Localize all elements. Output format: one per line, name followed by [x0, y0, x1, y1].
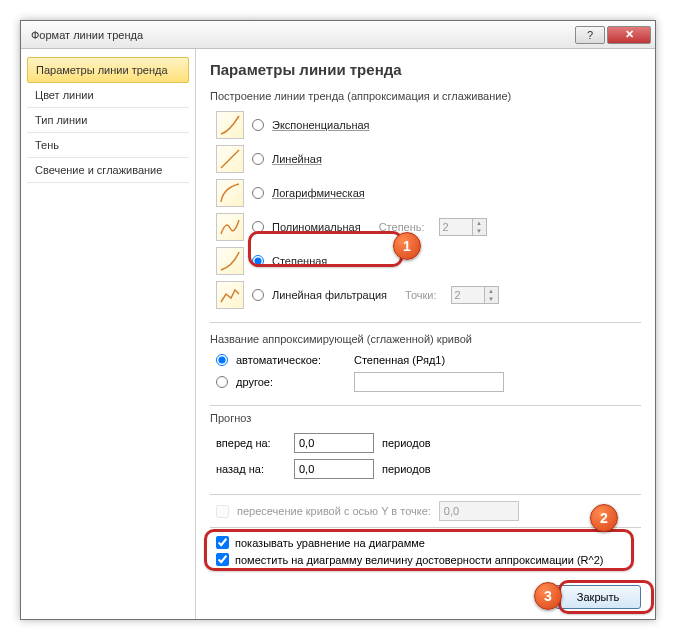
power-icon — [216, 247, 244, 275]
type-row-moving-avg: Линейная фильтрация Точки: ▲▼ — [210, 278, 641, 312]
label-name-auto: автоматическое: — [236, 354, 346, 366]
radio-exponential[interactable] — [252, 119, 264, 131]
points-label: Точки: — [405, 289, 436, 301]
name-row-other: другое: — [210, 369, 641, 395]
degree-arrows: ▲▼ — [473, 218, 487, 236]
polynomial-icon — [216, 213, 244, 241]
radio-linear[interactable] — [252, 153, 264, 165]
forecast-forward-row: вперед на: периодов — [210, 430, 641, 456]
trend-type-group-title: Построение линии тренда (аппроксимация и… — [210, 90, 641, 102]
points-spinner: ▲▼ — [451, 286, 499, 304]
titlebar: Формат линии тренда ? ✕ — [21, 21, 655, 49]
sidebar-item-glow[interactable]: Свечение и сглаживание — [27, 158, 189, 183]
forecast-backward-row: назад на: периодов — [210, 456, 641, 482]
moving-avg-icon — [216, 281, 244, 309]
panel-heading: Параметры линии тренда — [210, 61, 641, 78]
type-row-logarithmic: Логарифмическая — [210, 176, 641, 210]
show-r2-row: поместить на диаграмму величину достовер… — [216, 551, 635, 568]
help-button[interactable]: ? — [575, 26, 605, 44]
degree-label: Степень: — [379, 221, 425, 233]
intercept-row: пересечение кривой с осью Y в точке: — [210, 495, 641, 528]
main-panel: Параметры линии тренда Построение линии … — [196, 49, 655, 619]
backward-units: периодов — [382, 463, 431, 475]
label-linear: Линейная — [272, 153, 322, 165]
logarithmic-icon — [216, 179, 244, 207]
label-power: Степенная — [272, 255, 327, 267]
display-options: показывать уравнение на диаграмме помест… — [210, 528, 641, 574]
forecast-group: Прогноз вперед на: периодов назад на: пе… — [210, 406, 641, 495]
backward-label: назад на: — [216, 463, 286, 475]
degree-spinner: ▲▼ — [439, 218, 487, 236]
type-row-polynomial: Полиномиальная Степень: ▲▼ — [210, 210, 641, 244]
show-r2-label: поместить на диаграмму величину достовер… — [235, 554, 603, 566]
close-button[interactable]: Закрыть — [555, 585, 641, 609]
label-moving-avg: Линейная фильтрация — [272, 289, 387, 301]
sidebar-item-shadow[interactable]: Тень — [27, 133, 189, 158]
trendline-format-dialog: Формат линии тренда ? ✕ Параметры линии … — [20, 20, 656, 620]
points-input — [451, 286, 485, 304]
forward-units: периодов — [382, 437, 431, 449]
forecast-group-title: Прогноз — [210, 412, 641, 424]
type-row-exponential: Экспоненциальная — [210, 108, 641, 142]
label-polynomial: Полиномиальная — [272, 221, 361, 233]
intercept-checkbox — [216, 505, 229, 518]
radio-name-other[interactable] — [216, 376, 228, 388]
name-auto-value: Степенная (Ряд1) — [354, 354, 445, 366]
degree-input — [439, 218, 473, 236]
sidebar-item-line-type[interactable]: Тип линии — [27, 108, 189, 133]
show-equation-label: показывать уравнение на диаграмме — [235, 537, 425, 549]
sidebar: Параметры линии тренда Цвет линии Тип ли… — [21, 49, 196, 619]
forward-input[interactable] — [294, 433, 374, 453]
name-other-input[interactable] — [354, 372, 504, 392]
name-group: Название аппроксимирующей (сглаженной) к… — [210, 329, 641, 406]
radio-moving-avg[interactable] — [252, 289, 264, 301]
intercept-input — [439, 501, 519, 521]
name-row-auto: автоматическое: Степенная (Ряд1) — [210, 351, 641, 369]
radio-name-auto[interactable] — [216, 354, 228, 366]
points-arrows: ▲▼ — [485, 286, 499, 304]
dialog-body: Параметры линии тренда Цвет линии Тип ли… — [21, 49, 655, 619]
label-name-other: другое: — [236, 376, 346, 388]
intercept-label: пересечение кривой с осью Y в точке: — [237, 505, 431, 517]
backward-input[interactable] — [294, 459, 374, 479]
dialog-title: Формат линии тренда — [31, 29, 573, 41]
linear-icon — [216, 145, 244, 173]
show-equation-checkbox[interactable] — [216, 536, 229, 549]
window-close-button[interactable]: ✕ — [607, 26, 651, 44]
footer: Закрыть — [555, 585, 641, 609]
show-r2-checkbox[interactable] — [216, 553, 229, 566]
type-row-power: Степенная — [210, 244, 641, 278]
label-logarithmic: Логарифмическая — [272, 187, 365, 199]
radio-logarithmic[interactable] — [252, 187, 264, 199]
name-group-title: Название аппроксимирующей (сглаженной) к… — [210, 333, 641, 345]
sidebar-item-trendline-options[interactable]: Параметры линии тренда — [27, 57, 189, 83]
sidebar-item-line-color[interactable]: Цвет линии — [27, 83, 189, 108]
label-exponential: Экспоненциальная — [272, 119, 370, 131]
show-equation-row: показывать уравнение на диаграмме — [216, 534, 635, 551]
exponential-icon — [216, 111, 244, 139]
type-row-linear: Линейная — [210, 142, 641, 176]
trend-type-group: Построение линии тренда (аппроксимация и… — [210, 84, 641, 323]
radio-power[interactable] — [252, 255, 264, 267]
forward-label: вперед на: — [216, 437, 286, 449]
radio-polynomial[interactable] — [252, 221, 264, 233]
